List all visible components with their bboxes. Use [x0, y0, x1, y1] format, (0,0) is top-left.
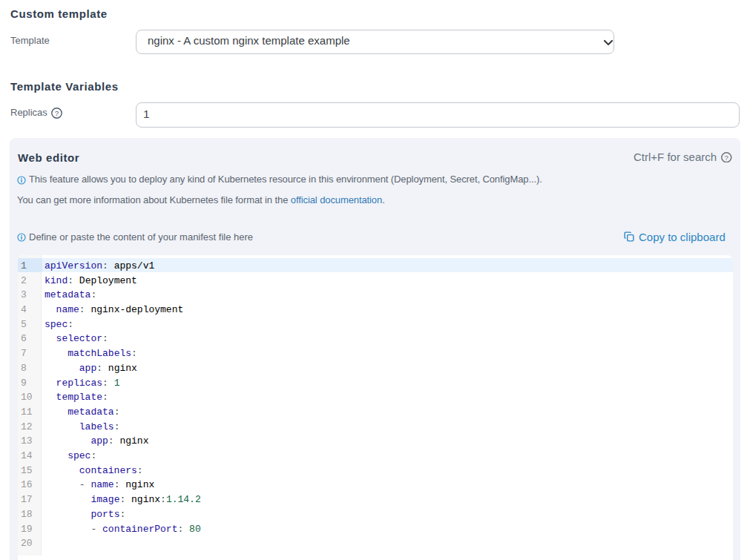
svg-text:?: ? [725, 153, 728, 161]
svg-text:?: ? [54, 109, 59, 117]
